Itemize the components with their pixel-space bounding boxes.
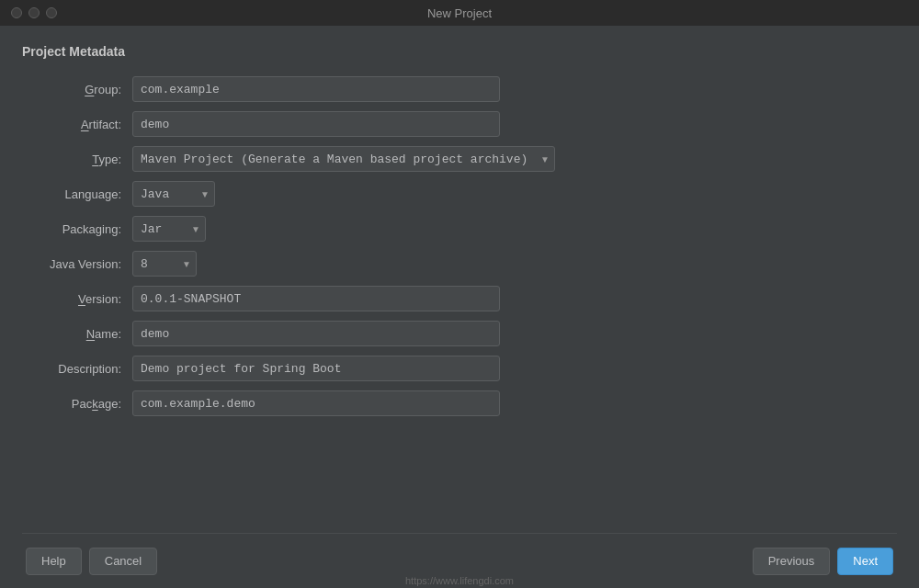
description-row: Description: (22, 355, 897, 382)
window-title: New Project (427, 6, 492, 20)
language-select-wrapper: Java Kotlin Groovy ▼ (132, 181, 215, 207)
name-input[interactable] (132, 321, 500, 346)
artifact-row: Artifact: (22, 110, 897, 138)
description-input[interactable] (132, 356, 500, 381)
name-row: Name: (22, 320, 897, 347)
section-title: Project Metadata (22, 44, 897, 59)
bottom-left-buttons: Help Cancel (26, 548, 157, 575)
language-label: Language: (22, 187, 132, 201)
minimize-button[interactable] (28, 7, 40, 18)
close-button[interactable] (11, 7, 22, 18)
java-version-label: Java Version: (22, 257, 132, 271)
artifact-label: Artifact: (22, 118, 132, 131)
packaging-select-wrapper: Jar War ▼ (132, 216, 206, 242)
name-label: Name: (22, 327, 132, 341)
description-label: Description: (22, 362, 132, 376)
package-input[interactable] (132, 390, 500, 416)
java-version-select[interactable]: 8 11 17 21 (132, 251, 197, 277)
version-label: Version: (22, 292, 132, 306)
java-version-row: Java Version: 8 11 17 21 ▼ (22, 250, 897, 277)
packaging-label: Packaging: (22, 222, 132, 236)
language-row: Language: Java Kotlin Groovy ▼ (22, 180, 897, 208)
previous-button[interactable]: Previous (753, 548, 831, 575)
group-label: Group: (22, 83, 132, 96)
next-button[interactable]: Next (837, 548, 893, 575)
bottom-bar: Help Cancel Previous Next (22, 533, 897, 588)
java-version-select-wrapper: 8 11 17 21 ▼ (132, 251, 197, 277)
version-row: Version: (22, 285, 897, 312)
language-select[interactable]: Java Kotlin Groovy (132, 181, 215, 207)
help-button[interactable]: Help (26, 548, 82, 575)
maximize-button[interactable] (46, 7, 57, 18)
package-row: Package: (22, 390, 897, 417)
traffic-lights (11, 7, 57, 18)
version-input[interactable] (132, 286, 500, 311)
packaging-row: Packaging: Jar War ▼ (22, 215, 897, 243)
dialog: Project Metadata Group: Artifact: Type: … (0, 26, 919, 588)
type-select-wrapper: Maven Project (Generate a Maven based pr… (132, 146, 555, 172)
group-input[interactable] (132, 76, 500, 102)
package-label: Package: (22, 397, 132, 411)
type-row: Type: Maven Project (Generate a Maven ba… (22, 145, 897, 173)
type-select[interactable]: Maven Project (Generate a Maven based pr… (132, 146, 555, 172)
bottom-right-buttons: Previous Next (753, 548, 893, 575)
artifact-input[interactable] (132, 111, 500, 137)
form-area: Group: Artifact: Type: Maven Project (Ge… (22, 75, 897, 533)
title-bar: New Project (0, 0, 919, 26)
type-label: Type: (22, 153, 132, 166)
cancel-button[interactable]: Cancel (89, 548, 157, 575)
packaging-select[interactable]: Jar War (132, 216, 206, 242)
group-row: Group: (22, 75, 897, 103)
